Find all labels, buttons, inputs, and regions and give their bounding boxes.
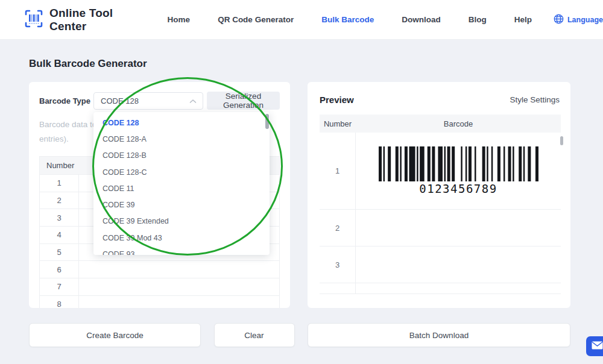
nav-qr-code-generator[interactable]: QR Code Generator	[218, 15, 294, 24]
row-number: 8	[40, 296, 79, 308]
preview-row-number: 3	[320, 246, 356, 283]
row-number: 1	[40, 175, 79, 192]
barcode-value: 0123456789	[419, 182, 497, 195]
table-row: 6	[40, 260, 279, 278]
barcode-frame-icon	[24, 9, 43, 31]
preview-scrollbar-thumb[interactable]	[560, 136, 563, 145]
row-number: 3	[40, 209, 79, 226]
language-selector[interactable]: Language	[554, 14, 603, 26]
dropdown-option-code39[interactable]: CODE 39	[93, 196, 270, 213]
envelope-icon	[592, 341, 603, 351]
row-number: 5	[40, 244, 79, 261]
serialized-generation-button[interactable]: Serialized Generation	[207, 92, 280, 110]
preview-panel: Preview Style Settings Number Barcode 1 …	[308, 82, 570, 308]
brand-name: Online Tool Center	[49, 7, 133, 33]
nav-blog[interactable]: Blog	[469, 15, 487, 24]
preview-row-number: 2	[320, 210, 356, 246]
table-row: 7	[40, 278, 279, 295]
table-row: 8	[40, 295, 279, 308]
row-data-cell[interactable]	[79, 296, 279, 308]
nav-bulk-barcode[interactable]: Bulk Barcode	[321, 15, 374, 24]
main-nav: Home QR Code Generator Bulk Barcode Down…	[168, 15, 532, 24]
main-content: Bulk Barcode Generator Barcode Type CODE…	[29, 58, 570, 347]
dropdown-option-code128b[interactable]: CODE 128-B	[93, 148, 270, 164]
app-header: Online Tool Center Home QR Code Generato…	[0, 0, 603, 39]
preview-table: Number Barcode 1 0123456789 2 3	[320, 115, 561, 294]
barcode-type-label: Barcode Type	[39, 96, 93, 105]
preview-row-3: 3	[320, 246, 561, 283]
dropdown-option-code11[interactable]: CODE 11	[93, 180, 270, 196]
nav-download[interactable]: Download	[402, 15, 441, 24]
number-column-header: Number	[40, 161, 79, 170]
page-title: Bulk Barcode Generator	[29, 58, 570, 70]
preview-row-1: 1 0123456789	[320, 133, 561, 210]
row-data-cell[interactable]	[79, 278, 279, 295]
generator-panel: Barcode Type CODE 128 Serialized Generat…	[29, 82, 290, 308]
chevron-up-icon	[189, 95, 197, 106]
row-number: 2	[40, 192, 79, 209]
barcode-type-value: CODE 128	[101, 96, 189, 105]
dropdown-option-code128c[interactable]: CODE 128-C	[93, 164, 270, 180]
preview-row-stub	[320, 283, 561, 294]
globe-icon	[554, 14, 564, 26]
preview-row-2: 2	[320, 210, 561, 246]
row-number: 4	[40, 227, 79, 243]
barcode-type-dropdown: CODE 128 CODE 128-A CODE 128-B CODE 128-…	[93, 112, 270, 255]
create-barcode-button[interactable]: Create Barcode	[29, 323, 201, 347]
dropdown-option-code128a[interactable]: CODE 128-A	[93, 131, 270, 147]
nav-home[interactable]: Home	[168, 15, 191, 24]
dropdown-option-code128[interactable]: CODE 128	[93, 115, 270, 131]
preview-row-number: 1	[320, 133, 356, 209]
row-number: 6	[40, 261, 79, 278]
dropdown-option-code39ext[interactable]: CODE 39 Extended	[93, 213, 270, 230]
brand-logo[interactable]: Online Tool Center	[24, 7, 133, 33]
nav-help[interactable]: Help	[514, 15, 532, 24]
preview-number-header: Number	[320, 119, 356, 128]
dropdown-option-code93[interactable]: CODE 93	[93, 246, 270, 255]
preview-barcode-header: Barcode	[356, 119, 561, 128]
row-number: 7	[40, 278, 79, 295]
contact-mail-button[interactable]	[586, 336, 603, 356]
preview-table-header: Number Barcode	[320, 115, 561, 133]
batch-download-button[interactable]: Batch Download	[308, 323, 570, 347]
dropdown-option-code39mod43[interactable]: CODE 39 Mod 43	[93, 230, 270, 246]
action-bar: Create Barcode Clear Batch Download	[29, 323, 570, 347]
row-data-cell[interactable]	[79, 261, 279, 278]
barcode-image	[379, 146, 538, 181]
language-label: Language	[567, 16, 603, 24]
barcode-type-select[interactable]: CODE 128	[93, 92, 203, 110]
dropdown-scrollbar-thumb[interactable]	[265, 114, 269, 129]
preview-title: Preview	[320, 95, 354, 105]
preview-row-number	[320, 283, 356, 293]
clear-button[interactable]: Clear	[214, 323, 295, 347]
style-settings-link[interactable]: Style Settings	[510, 95, 560, 104]
